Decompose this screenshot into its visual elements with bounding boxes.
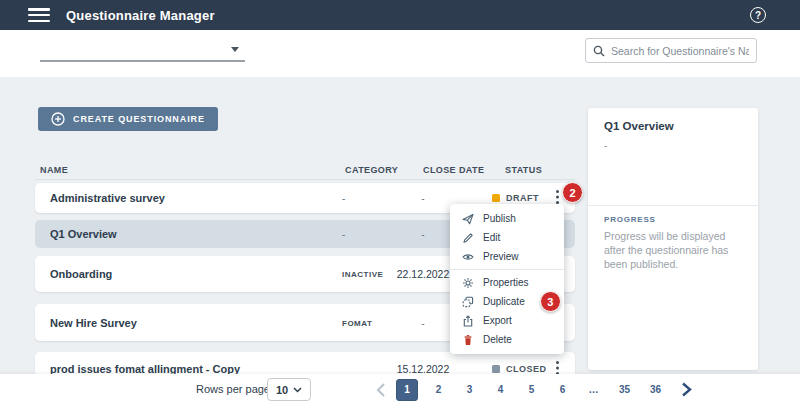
column-header-category: CATEGORY <box>345 165 398 175</box>
menu-item-export[interactable]: Export <box>450 311 564 330</box>
menu-item-publish[interactable]: Publish <box>450 209 564 228</box>
menu-item-delete[interactable]: Delete <box>450 330 564 349</box>
progress-section-label: PROGRESS <box>604 215 656 224</box>
send-icon <box>462 213 474 225</box>
menu-item-label: Duplicate <box>483 296 525 307</box>
tutorial-step-badge-2: 2 <box>562 182 583 203</box>
status-label: CLOSED <box>506 364 547 374</box>
gear-icon <box>462 277 474 289</box>
chevron-down-icon <box>231 47 239 52</box>
menu-item-edit[interactable]: Edit <box>450 228 564 247</box>
column-header-name: NAME <box>40 165 68 175</box>
search-box <box>585 38 757 63</box>
questionnaire-manager-screen: Questionnaire Manager ? CREATE QUESTIONN… <box>0 0 800 405</box>
rows-per-page-value: 10 <box>276 384 288 396</box>
hamburger-menu-icon[interactable] <box>28 8 50 22</box>
menu-divider <box>450 269 564 270</box>
rows-per-page-select[interactable]: 10 <box>267 378 311 401</box>
row-name: Onboarding <box>50 268 112 280</box>
row-category: - <box>342 229 345 240</box>
help-icon[interactable]: ? <box>750 7 766 23</box>
pagination-bar: Rows per page 10 1 2 3 4 5 6 … 35 36 <box>0 374 800 405</box>
page-ellipsis: … <box>578 384 609 395</box>
page-button-5[interactable]: 5 <box>516 384 547 395</box>
page-button-1[interactable]: 1 <box>396 379 418 401</box>
filter-bar <box>0 30 800 77</box>
page-button-3[interactable]: 3 <box>454 384 485 395</box>
detail-panel-title: Q1 Overview <box>604 120 674 132</box>
row-close-date: - <box>378 193 468 204</box>
row-name: New Hire Survey <box>50 317 137 329</box>
prev-page-icon[interactable] <box>374 383 388 397</box>
search-input[interactable] <box>611 45 749 57</box>
plus-circle-icon <box>51 112 65 126</box>
page-button-36[interactable]: 36 <box>640 384 671 395</box>
page-button-35[interactable]: 35 <box>609 384 640 395</box>
next-page-icon[interactable] <box>678 382 694 397</box>
row-context-menu: Publish Edit Preview Properties <box>450 204 564 354</box>
menu-item-label: Edit <box>483 232 500 243</box>
detail-panel: Q1 Overview - PROGRESS Progress will be … <box>588 108 758 370</box>
app-title: Questionnaire Manager <box>66 8 215 23</box>
tutorial-step-badge-3: 3 <box>540 291 561 312</box>
page-button-2[interactable]: 2 <box>423 384 454 395</box>
create-questionnaire-label: CREATE QUESTIONNAIRE <box>73 114 205 124</box>
trash-icon <box>462 334 474 346</box>
search-icon <box>593 45 605 57</box>
detail-panel-divider <box>588 205 758 206</box>
pager: 1 2 3 4 5 6 … 35 36 <box>374 374 694 405</box>
rows-per-page-label: Rows per page <box>196 383 270 395</box>
status-badge: CLOSED <box>492 364 547 374</box>
column-header-status: STATUS <box>505 165 542 175</box>
status-square-draft <box>492 194 500 202</box>
column-header-close-date: CLOSE DATE <box>423 165 484 175</box>
progress-placeholder-text: Progress will be displayed after the que… <box>604 229 744 272</box>
table-header-divider <box>35 179 575 180</box>
create-questionnaire-button[interactable]: CREATE QUESTIONNAIRE <box>38 107 218 131</box>
row-category: - <box>342 193 345 204</box>
row-category: FOMAT <box>342 318 372 327</box>
row-name: Q1 Overview <box>50 228 117 240</box>
page-button-4[interactable]: 4 <box>485 384 516 395</box>
menu-item-label: Export <box>483 315 512 326</box>
menu-item-label: Delete <box>483 334 512 345</box>
detail-panel-subtitle: - <box>604 140 607 151</box>
status-label: DRAFT <box>506 193 539 203</box>
status-square-closed <box>492 365 500 373</box>
menu-item-label: Properties <box>483 277 529 288</box>
menu-item-duplicate[interactable]: Duplicate 3 <box>450 292 564 311</box>
chevron-down-icon <box>293 387 302 393</box>
status-badge: DRAFT <box>492 193 539 203</box>
app-bar: Questionnaire Manager ? <box>0 0 800 30</box>
menu-item-preview[interactable]: Preview <box>450 247 564 266</box>
pencil-icon <box>462 232 474 244</box>
copy-icon <box>462 296 474 308</box>
menu-item-properties[interactable]: Properties <box>450 273 564 292</box>
eye-icon <box>462 251 474 263</box>
page-button-6[interactable]: 6 <box>547 384 578 395</box>
menu-item-label: Preview <box>483 251 519 262</box>
menu-item-label: Publish <box>483 213 516 224</box>
row-name: Administrative survey <box>50 192 165 204</box>
questionnaire-filter-select[interactable] <box>40 38 245 62</box>
export-icon <box>462 315 474 327</box>
